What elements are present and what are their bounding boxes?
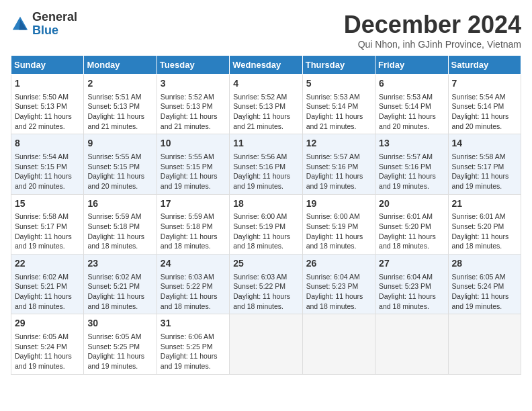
calendar-cell: 31Sunrise: 6:06 AMSunset: 5:25 PMDayligh…	[157, 314, 229, 374]
day-info-line: Daylight: 11 hours	[452, 291, 517, 302]
week-row-5: 29Sunrise: 6:05 AMSunset: 5:24 PMDayligh…	[11, 314, 521, 374]
day-info-line: Sunset: 5:25 PM	[87, 342, 152, 352]
day-info-line: Sunset: 5:15 PM	[87, 162, 152, 172]
day-info-line: Sunset: 5:20 PM	[452, 222, 517, 232]
day-info-line: and 19 minutes.	[161, 361, 226, 371]
day-info-line: Sunrise: 5:58 AM	[452, 152, 517, 162]
week-row-4: 22Sunrise: 6:02 AMSunset: 5:21 PMDayligh…	[11, 255, 521, 314]
logo: General Blue	[11, 11, 77, 38]
day-info-line: Sunset: 5:14 PM	[452, 101, 517, 111]
day-info-line: Daylight: 11 hours	[161, 232, 226, 242]
day-info-line: Daylight: 11 hours	[161, 351, 226, 361]
day-info-line: and 21 minutes.	[161, 122, 226, 132]
day-info-line: Daylight: 11 hours	[452, 111, 517, 122]
week-row-3: 15Sunrise: 5:58 AMSunset: 5:17 PMDayligh…	[11, 194, 521, 254]
day-info-line: Sunset: 5:13 PM	[87, 101, 152, 111]
day-info-line: Daylight: 11 hours	[233, 171, 298, 181]
logo-text: General Blue	[32, 11, 77, 38]
calendar-cell: 17Sunrise: 5:59 AMSunset: 5:18 PMDayligh…	[157, 194, 229, 254]
calendar-cell: 29Sunrise: 6:05 AMSunset: 5:24 PMDayligh…	[11, 314, 84, 374]
day-info-line: Sunset: 5:24 PM	[452, 281, 517, 291]
calendar-cell: 18Sunrise: 6:00 AMSunset: 5:19 PMDayligh…	[230, 194, 302, 254]
day-number: 4	[233, 77, 298, 91]
calendar-cell: 22Sunrise: 6:02 AMSunset: 5:21 PMDayligh…	[11, 255, 84, 314]
day-info-line: Sunset: 5:25 PM	[161, 342, 226, 352]
calendar-subtitle: Qui Nhon, inh GJinh Province, Vietnam	[344, 39, 521, 50]
day-info-line: and 19 minutes.	[87, 361, 152, 371]
day-number: 11	[233, 137, 298, 150]
calendar-cell: 30Sunrise: 6:05 AMSunset: 5:25 PMDayligh…	[84, 314, 157, 374]
day-info-line: Sunset: 5:15 PM	[161, 162, 226, 172]
day-number: 9	[87, 137, 152, 150]
day-info-line: and 18 minutes.	[452, 241, 517, 251]
calendar-cell: 25Sunrise: 6:03 AMSunset: 5:22 PMDayligh…	[230, 255, 302, 314]
day-info-line: Sunrise: 5:52 AM	[233, 92, 298, 102]
header-thursday: Thursday	[302, 56, 375, 75]
day-info-line: Daylight: 11 hours	[161, 171, 226, 181]
day-info-line: Daylight: 11 hours	[15, 111, 80, 122]
day-info-line: and 18 minutes.	[15, 302, 80, 312]
calendar-cell: 28Sunrise: 6:05 AMSunset: 5:24 PMDayligh…	[448, 255, 521, 314]
day-info-line: Sunset: 5:17 PM	[15, 222, 80, 232]
day-info-line: and 18 minutes.	[161, 302, 226, 312]
day-info-line: and 19 minutes.	[233, 181, 298, 191]
day-info-line: Sunset: 5:18 PM	[161, 222, 226, 232]
day-info-line: Sunrise: 5:50 AM	[15, 92, 80, 102]
day-info-line: Sunset: 5:16 PM	[379, 162, 444, 172]
calendar-cell: 3Sunrise: 5:52 AMSunset: 5:13 PMDaylight…	[157, 75, 229, 134]
day-info-line: Sunrise: 5:51 AM	[87, 92, 152, 102]
calendar-cell: 2Sunrise: 5:51 AMSunset: 5:13 PMDaylight…	[84, 75, 157, 134]
day-info-line: and 21 minutes.	[87, 122, 152, 132]
day-info-line: Sunset: 5:22 PM	[233, 281, 298, 291]
day-info-line: Sunrise: 5:59 AM	[87, 212, 152, 222]
calendar-table: SundayMondayTuesdayWednesdayThursdayFrid…	[11, 55, 521, 375]
day-info-line: Daylight: 11 hours	[161, 291, 226, 302]
header-sunday: Sunday	[11, 56, 84, 75]
day-info-line: Sunrise: 6:05 AM	[87, 332, 152, 342]
day-number: 7	[452, 77, 517, 91]
calendar-cell: 20Sunrise: 6:01 AMSunset: 5:20 PMDayligh…	[375, 194, 448, 254]
day-number: 21	[452, 197, 517, 211]
day-info-line: and 18 minutes.	[87, 302, 152, 312]
day-info-line: Sunrise: 5:59 AM	[161, 212, 226, 222]
day-number: 14	[452, 137, 517, 150]
day-info-line: Daylight: 11 hours	[87, 351, 152, 361]
logo-icon	[11, 15, 30, 34]
calendar-cell	[375, 314, 448, 374]
day-info-line: Daylight: 11 hours	[306, 171, 371, 181]
day-info-line: Daylight: 11 hours	[379, 111, 444, 122]
calendar-cell: 26Sunrise: 6:04 AMSunset: 5:23 PMDayligh…	[302, 255, 375, 314]
calendar-cell: 1Sunrise: 5:50 AMSunset: 5:13 PMDaylight…	[11, 75, 84, 134]
day-number: 6	[379, 77, 444, 91]
day-info-line: Daylight: 11 hours	[452, 171, 517, 181]
title-section: December 2024 Qui Nhon, inh GJinh Provin…	[344, 11, 521, 50]
day-info-line: Sunrise: 6:05 AM	[15, 332, 80, 342]
day-info-line: Sunrise: 5:52 AM	[161, 92, 226, 102]
day-number: 10	[161, 137, 226, 150]
logo-line2: Blue	[32, 24, 77, 38]
calendar-cell: 6Sunrise: 5:53 AMSunset: 5:14 PMDaylight…	[375, 75, 448, 134]
calendar-cell: 14Sunrise: 5:58 AMSunset: 5:17 PMDayligh…	[448, 134, 521, 194]
day-info-line: Sunrise: 6:02 AM	[87, 272, 152, 282]
day-info-line: and 21 minutes.	[233, 122, 298, 132]
calendar-cell: 10Sunrise: 5:55 AMSunset: 5:15 PMDayligh…	[157, 134, 229, 194]
day-number: 1	[15, 77, 80, 91]
day-number: 30	[87, 317, 152, 330]
day-info-line: Daylight: 11 hours	[379, 171, 444, 181]
day-number: 12	[306, 137, 371, 150]
day-info-line: Sunset: 5:22 PM	[161, 281, 226, 291]
day-info-line: Sunrise: 6:03 AM	[233, 272, 298, 282]
day-info-line: Sunrise: 6:00 AM	[233, 212, 298, 222]
day-info-line: Sunrise: 6:04 AM	[379, 272, 444, 282]
day-info-line: Daylight: 11 hours	[15, 232, 80, 242]
day-number: 31	[161, 317, 226, 330]
day-info-line: Sunset: 5:16 PM	[306, 162, 371, 172]
day-number: 23	[87, 257, 152, 271]
header-tuesday: Tuesday	[157, 56, 229, 75]
day-info-line: Sunrise: 5:57 AM	[306, 152, 371, 162]
day-info-line: Daylight: 11 hours	[161, 111, 226, 122]
day-info-line: Sunrise: 6:02 AM	[15, 272, 80, 282]
day-info-line: and 19 minutes.	[15, 241, 80, 251]
page-header: General Blue December 2024 Qui Nhon, inh…	[11, 11, 521, 50]
day-info-line: and 19 minutes.	[161, 181, 226, 191]
